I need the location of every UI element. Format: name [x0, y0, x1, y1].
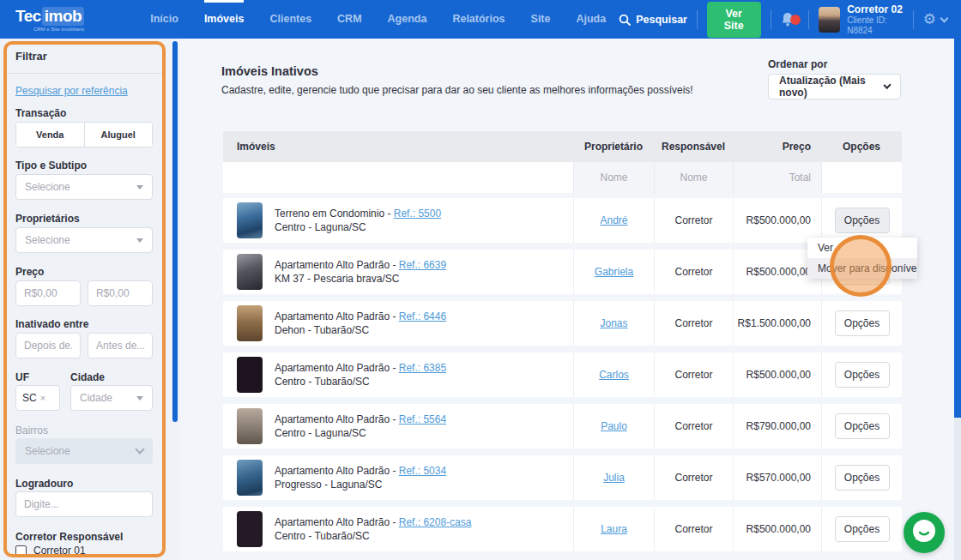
options-button[interactable]: Opções — [835, 516, 890, 542]
nav-item-label: Site — [531, 13, 551, 25]
date-after-input[interactable] — [15, 333, 81, 358]
nav-item[interactable]: Agenda — [375, 0, 440, 39]
options-button[interactable]: Opções — [835, 413, 890, 439]
chevron-down-icon — [940, 14, 949, 22]
nav-item[interactable]: Início — [137, 0, 191, 39]
type-subtype-select[interactable]: Selecione — [15, 174, 153, 200]
property-thumbnail[interactable] — [237, 460, 263, 496]
sidebar-scrollbar[interactable] — [172, 41, 178, 422]
properties-table: Imóveis Proprietário Responsável Preço O… — [223, 131, 902, 558]
property-title: Apartamento Alto Padrão - — [275, 310, 399, 322]
options-button[interactable]: Opções — [835, 362, 890, 388]
page-scrollbar-thumb[interactable] — [954, 39, 961, 418]
column-header-opcoes: Opções — [821, 141, 902, 153]
property-title-line: Apartamento Alto Padrão - Ref.: 6446 — [275, 310, 446, 323]
property-ref-link[interactable]: Ref.: 5034 — [399, 465, 446, 477]
neighborhoods-label: Bairros — [15, 425, 48, 437]
table-row: Apartamento Alto Padrão - Ref.: 6446 Deh… — [223, 301, 902, 346]
table-header-row: Imóveis Proprietário Responsável Preço O… — [223, 131, 902, 162]
notifications-button[interactable] — [780, 11, 799, 28]
property-ref-link[interactable]: Ref.: 5564 — [399, 413, 446, 425]
subheader-total: Total — [733, 162, 821, 193]
search-by-reference-link[interactable]: Pesquisar por referência — [15, 85, 128, 97]
page-scrollbar-track[interactable] — [954, 39, 961, 560]
user-menu[interactable]: Corretor 02 Cliente ID: N8824 — [819, 3, 904, 36]
nav-item[interactable]: Clientes — [257, 0, 324, 39]
search-icon — [619, 14, 631, 26]
logo-tagline: CRM e Site imobiliário — [15, 27, 84, 32]
nav-item[interactable]: CRM — [324, 0, 374, 39]
nav-item[interactable]: Site — [518, 0, 564, 39]
owner-link[interactable]: Gabriela — [595, 266, 633, 278]
property-thumbnail[interactable] — [237, 202, 263, 238]
nav-item[interactable]: Ajuda — [563, 0, 619, 39]
date-before-input[interactable] — [88, 333, 153, 358]
owner-link[interactable]: André — [600, 214, 627, 226]
logo-text-tec: Tec — [15, 7, 41, 26]
ver-site-button[interactable]: Ver Site — [707, 2, 761, 38]
options-button[interactable]: Opções — [835, 310, 890, 336]
corretor-01-checkbox-row[interactable]: Corretor 01 — [15, 545, 86, 557]
chat-widget-button[interactable] — [904, 512, 945, 553]
property-ref-link[interactable]: Ref.: 5500 — [394, 208, 441, 220]
owner-link[interactable]: Laura — [601, 523, 627, 535]
owner-link[interactable]: Jonas — [600, 317, 627, 329]
property-location: KM 37 - Pescaria brava/SC — [275, 272, 446, 286]
owner-link[interactable]: Julia — [603, 472, 625, 484]
owners-select[interactable]: Selecione — [15, 227, 153, 253]
street-label: Logradouro — [15, 478, 73, 490]
property-title: Apartamento Alto Padrão - — [275, 516, 399, 528]
street-input[interactable] — [15, 491, 153, 517]
options-button[interactable]: Opções — [835, 465, 890, 491]
aluguel-button[interactable]: Aluguel — [84, 123, 153, 147]
uf-select[interactable]: SC × — [15, 385, 60, 411]
property-thumbnail[interactable] — [237, 254, 263, 290]
filter-sidebar: Filtrar Pesquisar por referência Transaç… — [0, 39, 180, 560]
responsible-name: Corretor — [674, 214, 712, 226]
property-ref-link[interactable]: Ref.: 6639 — [399, 259, 446, 271]
topbar-right-cluster: Pesquisar Ver Site Corretor 02 Cliente I… — [619, 2, 961, 38]
logo-text-imob: imob — [42, 7, 84, 26]
city-select[interactable]: Cidade — [70, 385, 153, 411]
price-value: R$1.500.000,00 — [738, 317, 811, 329]
order-by-label: Ordenar por — [768, 58, 827, 70]
dropdown-menu-item[interactable]: Ver — [807, 238, 917, 258]
nav-item-label: Relatórios — [452, 13, 505, 25]
user-client-id: Cliente ID: N8824 — [847, 15, 904, 36]
property-thumbnail[interactable] — [237, 357, 263, 393]
owner-link[interactable]: Paulo — [601, 420, 627, 432]
owner-link[interactable]: Carlos — [599, 369, 629, 381]
remove-uf-icon[interactable]: × — [40, 393, 45, 403]
order-by-select[interactable]: Atualização (Mais novo) — [768, 74, 901, 99]
property-thumbnail[interactable] — [237, 305, 263, 341]
responsible-name: Corretor — [674, 472, 712, 484]
dropdown-menu-item[interactable]: Mover para disponível — [807, 258, 917, 279]
topbar-divider — [697, 10, 698, 29]
subheader-responsible: Nome — [654, 162, 733, 193]
options-button[interactable]: Opções — [835, 208, 890, 233]
table-row: Apartamento Alto Padrão - Ref.: 5034 Pro… — [223, 455, 902, 500]
price-max-input[interactable] — [88, 280, 153, 306]
property-ref-link[interactable]: Ref.: 6446 — [399, 310, 446, 322]
gear-icon: ⚙ — [923, 12, 936, 27]
property-title: Apartamento Alto Padrão - — [275, 465, 399, 477]
topbar-divider — [808, 10, 809, 29]
checkbox-icon[interactable] — [15, 545, 27, 557]
settings-menu[interactable]: ⚙ — [923, 12, 947, 27]
nav-item[interactable]: Relatórios — [439, 0, 517, 39]
caret-down-icon — [136, 396, 143, 400]
table-row: Apartamento Alto Padrão - Ref.: 6385 Cen… — [223, 352, 902, 397]
venda-button[interactable]: Venda — [16, 123, 84, 147]
property-ref-link[interactable]: Ref.: 6208-casa — [399, 516, 472, 528]
price-min-input[interactable] — [15, 280, 81, 306]
tecimob-logo[interactable]: Tecimob CRM e Site imobiliário — [15, 7, 84, 32]
property-ref-link[interactable]: Ref.: 6385 — [399, 362, 446, 374]
table-row: Apartamento Alto Padrão - Ref.: 5564 Cen… — [223, 404, 902, 449]
nav-item[interactable]: Imóveis — [191, 0, 257, 39]
property-title-line: Apartamento Alto Padrão - Ref.: 6639 — [275, 258, 446, 272]
nav-item-label: CRM — [337, 13, 361, 25]
property-thumbnail[interactable] — [237, 408, 263, 444]
property-thumbnail[interactable] — [237, 511, 263, 547]
property-title-line: Apartamento Alto Padrão - Ref.: 5034 — [275, 464, 446, 478]
global-search[interactable]: Pesquisar — [619, 14, 687, 26]
